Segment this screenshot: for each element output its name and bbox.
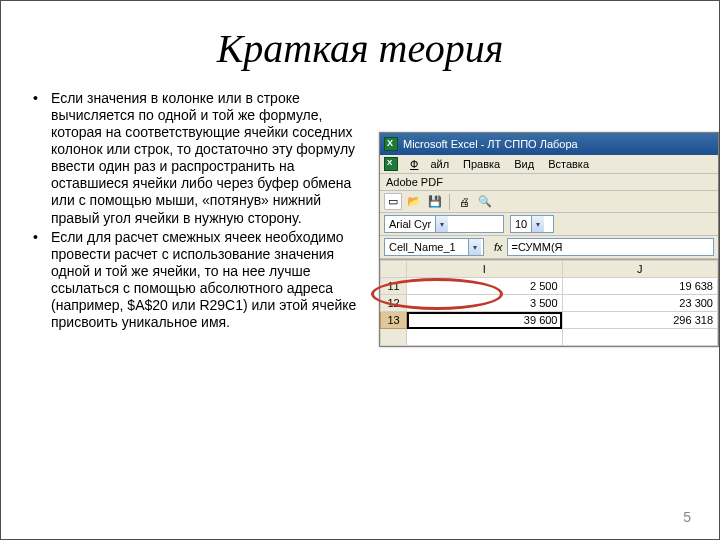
font-size-dropdown[interactable]: 10 ▾ [510, 215, 554, 233]
cell[interactable]: 19 638 [562, 278, 718, 295]
menu-insert[interactable]: Вставка [542, 157, 595, 171]
excel-menubar: Файл Правка Вид Вставка [380, 155, 718, 174]
chevron-down-icon: ▾ [435, 216, 448, 232]
menu-view[interactable]: Вид [508, 157, 540, 171]
column-header[interactable]: J [562, 261, 718, 278]
screenshot-column: Microsoft Excel - ЛТ СППО Лабора Файл Пр… [371, 90, 695, 333]
menu-file[interactable]: Файл [404, 157, 455, 171]
spreadsheet-grid[interactable]: I J 11 2 500 19 638 12 3 500 23 300 13 [380, 259, 718, 346]
chevron-down-icon: ▾ [531, 216, 544, 232]
select-all-corner[interactable] [381, 261, 407, 278]
excel-titlebar: Microsoft Excel - ЛТ СППО Лабора [380, 133, 718, 155]
bullet-item: Если значения в колонке или в строке выч… [31, 90, 363, 227]
preview-icon[interactable]: 🔍 [476, 193, 494, 210]
standard-toolbar: ▭ 📂 💾 🖨 🔍 [380, 191, 718, 213]
bullet-list: Если значения в колонке или в строке выч… [31, 90, 363, 331]
content-area: Если значения в колонке или в строке выч… [1, 90, 719, 333]
font-size-value: 10 [515, 218, 527, 230]
row-header[interactable]: 12 [381, 295, 407, 312]
active-cell[interactable]: 39 600 [407, 312, 563, 329]
pdf-toolbar-label[interactable]: Adobe PDF [386, 176, 443, 188]
new-doc-icon[interactable]: ▭ [384, 193, 402, 210]
column-header[interactable]: I [407, 261, 563, 278]
slide-title: Краткая теория [1, 25, 719, 72]
save-icon[interactable]: 💾 [426, 193, 444, 210]
cell[interactable] [407, 329, 563, 346]
toolbar-separator [449, 194, 450, 210]
excel-title-text: Microsoft Excel - ЛТ СППО Лабора [403, 138, 578, 150]
cell[interactable]: 3 500 [407, 295, 563, 312]
chevron-down-icon: ▾ [468, 239, 481, 255]
excel-window: Microsoft Excel - ЛТ СППО Лабора Файл Пр… [379, 132, 719, 347]
pdf-toolbar: Adobe PDF [380, 174, 718, 191]
name-box-value: Cell_Name_1 [389, 241, 456, 253]
excel-app-icon [384, 137, 398, 151]
font-name-value: Arial Cyr [389, 218, 431, 230]
menu-edit[interactable]: Правка [457, 157, 506, 171]
row-header[interactable] [381, 329, 407, 346]
row-header-selected[interactable]: 13 [381, 312, 407, 329]
fx-label[interactable]: fx [494, 241, 503, 253]
text-column: Если значения в колонке или в строке выч… [31, 90, 371, 333]
formula-text: =СУММ(Я [512, 241, 563, 253]
font-name-dropdown[interactable]: Arial Cyr ▾ [384, 215, 504, 233]
excel-doc-icon [384, 157, 398, 171]
cell[interactable]: 23 300 [562, 295, 718, 312]
cell[interactable]: 296 318 [562, 312, 718, 329]
formula-input[interactable]: =СУММ(Я [507, 238, 714, 256]
page-number: 5 [683, 509, 691, 525]
cell[interactable]: 2 500 [407, 278, 563, 295]
formatting-toolbar: Arial Cyr ▾ 10 ▾ [380, 213, 718, 236]
name-box[interactable]: Cell_Name_1 ▾ [384, 238, 484, 256]
formula-bar: Cell_Name_1 ▾ fx =СУММ(Я [380, 236, 718, 259]
open-icon[interactable]: 📂 [405, 193, 423, 210]
cell[interactable] [562, 329, 718, 346]
row-header[interactable]: 11 [381, 278, 407, 295]
print-icon[interactable]: 🖨 [455, 193, 473, 210]
bullet-item: Если для расчет смежных ячеек необходимо… [31, 229, 363, 331]
